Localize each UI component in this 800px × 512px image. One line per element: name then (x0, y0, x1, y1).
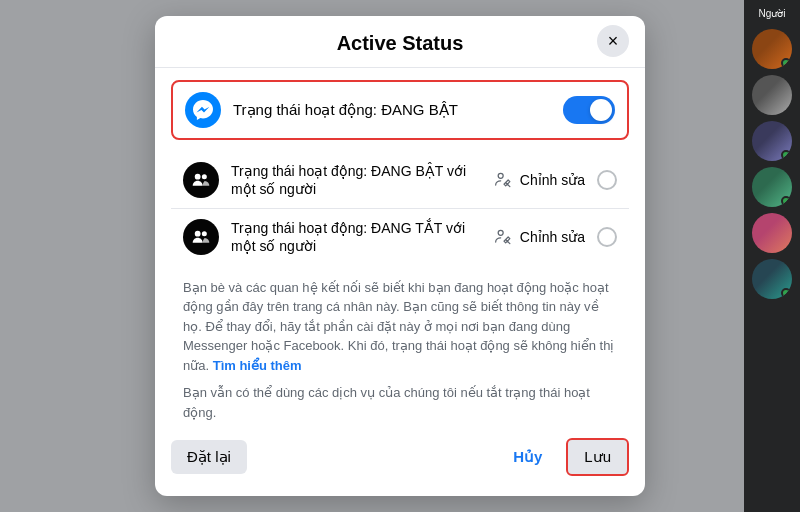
people-on-icon (191, 170, 211, 190)
close-button[interactable]: × (597, 25, 629, 57)
people-off-icon (191, 227, 211, 247)
avatar-1[interactable] (752, 29, 792, 69)
avatar-4[interactable] (752, 167, 792, 207)
avatar-3[interactable] (752, 121, 792, 161)
option-icon-2 (183, 219, 219, 255)
info-text-2: Bạn vẫn có thể dùng các dịch vụ của chún… (171, 375, 629, 422)
svg-point-1 (195, 174, 201, 180)
avatar-2[interactable] (752, 75, 792, 115)
option-row-1: Trạng thái hoạt động: ĐANG BẬT với một s… (171, 152, 629, 209)
edit-section-1: Chỉnh sửa (494, 170, 585, 190)
active-status-modal: Active Status × Trạng thái hoạt động: ĐA… (155, 16, 645, 496)
avatar-5[interactable] (752, 213, 792, 253)
main-status-text: Trạng thái hoạt động: ĐANG BẬT (233, 101, 551, 119)
online-indicator-6 (781, 288, 791, 298)
svg-point-4 (195, 231, 201, 237)
cancel-button[interactable]: Hủy (501, 440, 554, 474)
footer-right-buttons: Hủy Lưu (501, 438, 629, 476)
edit-label-1[interactable]: Chỉnh sửa (520, 172, 585, 188)
radio-option-1[interactable] (597, 170, 617, 190)
people-edit-icon-1 (494, 170, 514, 190)
active-status-toggle[interactable] (563, 96, 615, 124)
svg-point-6 (498, 231, 503, 236)
option-row-2: Trạng thái hoạt động: ĐANG TẮT với một s… (171, 209, 629, 265)
right-sidebar: Người (744, 0, 800, 512)
modal-title: Active Status (337, 32, 464, 55)
reset-button[interactable]: Đặt lại (171, 440, 247, 474)
online-indicator-1 (781, 58, 791, 68)
svg-point-2 (202, 174, 207, 179)
option-icon-1 (183, 162, 219, 198)
online-indicator-4 (781, 196, 791, 206)
people-edit-icon-2 (494, 227, 514, 247)
main-status-row: Trạng thái hoạt động: ĐANG BẬT (171, 80, 629, 140)
toggle-thumb (590, 99, 612, 121)
option-text-1: Trạng thái hoạt động: ĐANG BẬT với một s… (231, 162, 482, 198)
option-text-2: Trạng thái hoạt động: ĐANG TẮT với một s… (231, 219, 482, 255)
info-text: Bạn bè và các quan hệ kết nối sẽ biết kh… (171, 266, 629, 376)
online-indicator-3 (781, 150, 791, 160)
sidebar-label: Người (758, 8, 785, 19)
radio-option-2[interactable] (597, 227, 617, 247)
toggle-track (563, 96, 615, 124)
modal-body: Trạng thái hoạt động: ĐANG BẬT Trạng thá… (155, 68, 645, 422)
svg-point-3 (498, 173, 503, 178)
save-button[interactable]: Lưu (566, 438, 629, 476)
learn-more-link[interactable]: Tìm hiểu thêm (213, 358, 302, 373)
avatar-6[interactable] (752, 259, 792, 299)
messenger-icon (185, 92, 221, 128)
modal-header: Active Status × (155, 16, 645, 68)
edit-section-2: Chỉnh sửa (494, 227, 585, 247)
svg-point-0 (185, 92, 221, 128)
svg-point-5 (202, 232, 207, 237)
modal-footer: Đặt lại Hủy Lưu (155, 422, 645, 476)
edit-label-2[interactable]: Chỉnh sửa (520, 229, 585, 245)
